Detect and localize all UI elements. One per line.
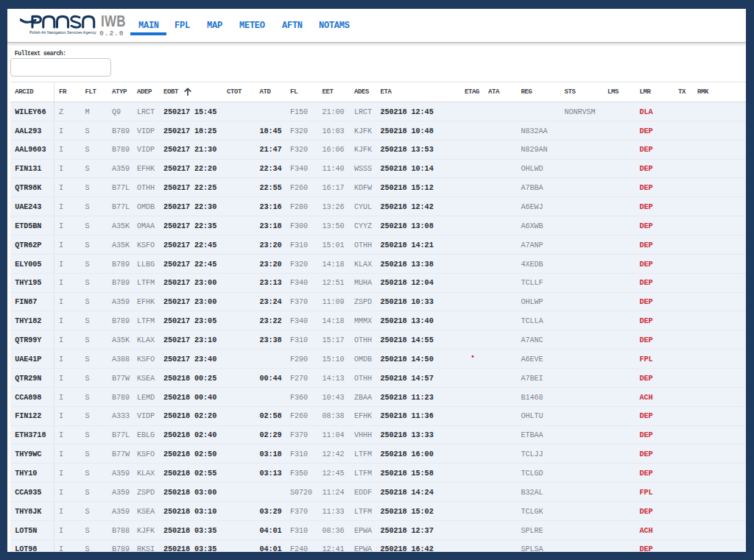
svg-text:Polish Air Navigation Services: Polish Air Navigation Services Agency — [29, 30, 96, 35]
